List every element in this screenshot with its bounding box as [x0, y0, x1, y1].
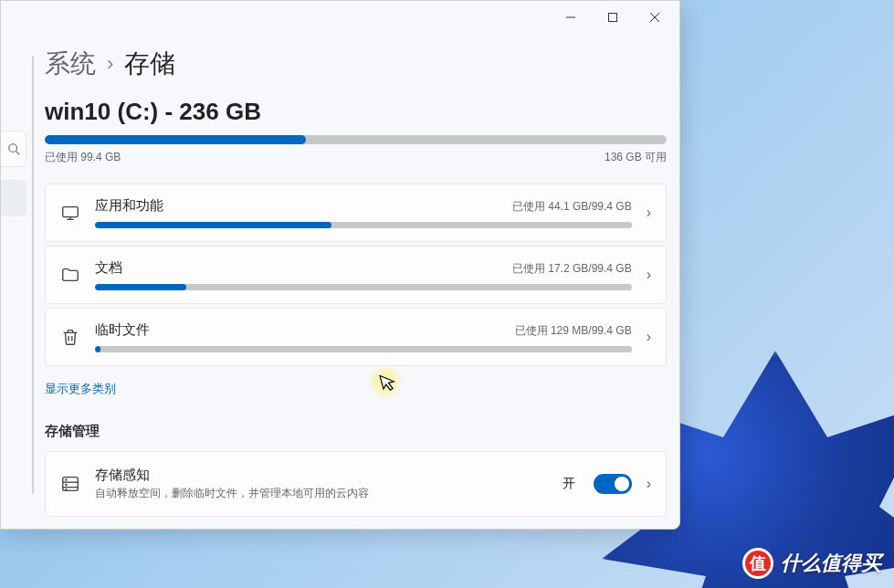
category-row-apps[interactable]: 应用和功能已使用 44.1 GB/99.4 GB›	[45, 184, 667, 242]
category-name: 临时文件	[95, 321, 150, 339]
svg-point-15	[66, 484, 67, 485]
content-area: 系统 › 存储 win10 (C:) - 236 GB 已使用 99.4 GB …	[45, 47, 679, 529]
category-bar-fill	[95, 222, 331, 228]
docs-icon	[60, 265, 80, 285]
category-bar	[95, 346, 632, 352]
chevron-right-icon: ›	[647, 205, 651, 221]
search-icon[interactable]	[1, 131, 26, 167]
breadcrumb-parent[interactable]: 系统	[45, 47, 96, 81]
titlebar	[1, 1, 679, 34]
close-button[interactable]	[634, 3, 676, 32]
category-name: 文档	[95, 259, 122, 277]
storage-sense-toggle[interactable]	[594, 474, 632, 494]
sidebar	[1, 34, 28, 529]
svg-line-5	[16, 152, 19, 155]
svg-rect-6	[63, 207, 79, 217]
storage-sense-row[interactable]: 存储感知 自动释放空间，删除临时文件，并管理本地可用的云内容 开 ›	[45, 451, 667, 517]
minimize-button[interactable]	[550, 3, 592, 32]
category-row-trash[interactable]: 临时文件已使用 129 MB/99.4 GB›	[45, 308, 667, 366]
drive-used-label: 已使用 99.4 GB	[45, 150, 121, 165]
category-usage: 已使用 17.2 GB/99.4 GB	[512, 261, 632, 277]
breadcrumb-current: 存储	[124, 47, 175, 81]
category-bar	[95, 222, 632, 228]
chevron-right-icon: ›	[647, 329, 651, 345]
watermark-text: 什么值得买	[781, 550, 881, 577]
chevron-right-icon: ›	[647, 267, 651, 283]
sidebar-item-active[interactable]	[1, 180, 26, 216]
svg-rect-1	[609, 14, 617, 22]
svg-rect-11	[63, 478, 79, 491]
category-bar-fill	[95, 284, 186, 290]
category-usage: 已使用 129 MB/99.4 GB	[515, 323, 632, 339]
chevron-right-icon: ›	[107, 52, 113, 76]
storage-sense-desc: 自动释放空间，删除临时文件，并管理本地可用的云内容	[95, 486, 548, 501]
show-more-link[interactable]: 显示更多类别	[45, 381, 116, 397]
watermark-badge: 值	[742, 548, 773, 579]
category-bar-fill	[95, 346, 100, 352]
storage-sense-title: 存储感知	[95, 467, 548, 484]
watermark: 值 什么值得买	[742, 548, 881, 579]
apps-icon	[60, 203, 80, 223]
storage-sense-icon	[60, 474, 80, 494]
drive-usage-fill	[45, 135, 306, 144]
category-row-docs[interactable]: 文档已使用 17.2 GB/99.4 GB›	[45, 246, 667, 304]
drive-free-label: 136 GB 可用	[605, 150, 667, 165]
toggle-label: 开	[563, 476, 575, 492]
category-name: 应用和功能	[95, 197, 163, 215]
svg-point-16	[66, 489, 67, 490]
category-usage: 已使用 44.1 GB/99.4 GB	[512, 199, 632, 215]
trash-icon	[60, 327, 80, 347]
chevron-right-icon[interactable]: ›	[647, 476, 651, 492]
drive-title: win10 (C:) - 236 GB	[45, 98, 667, 126]
svg-point-4	[8, 144, 16, 152]
maximize-button[interactable]	[592, 3, 634, 32]
settings-window: 系统 › 存储 win10 (C:) - 236 GB 已使用 99.4 GB …	[0, 0, 680, 530]
scroll-indicator[interactable]	[32, 56, 34, 494]
drive-usage-bar	[45, 135, 667, 144]
breadcrumb: 系统 › 存储	[45, 47, 667, 81]
category-bar	[95, 284, 632, 290]
svg-point-14	[66, 479, 67, 480]
storage-management-title: 存储管理	[45, 423, 667, 440]
